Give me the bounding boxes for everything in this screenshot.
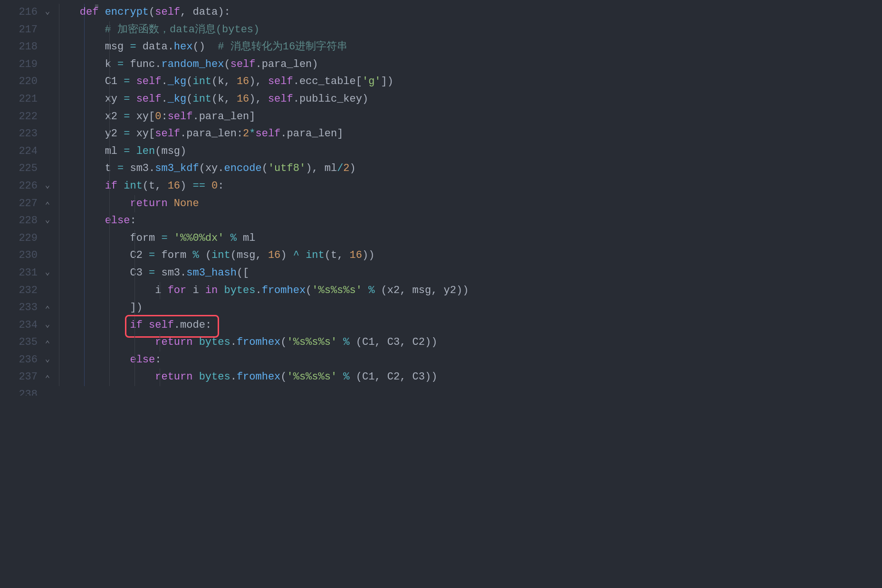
token-punct: ) [180, 180, 192, 192]
code-line[interactable]: x2 = xy[0:self.para_len] [55, 108, 882, 126]
indent-guide [84, 143, 85, 161]
indent-guide [84, 212, 85, 230]
fold-collapse-icon[interactable] [40, 212, 55, 230]
indent-guide [59, 299, 59, 317]
indent-guide [109, 212, 110, 230]
code-line[interactable]: C3 = sm3.sm3_hash([ [55, 265, 882, 282]
indent-guide [84, 195, 85, 213]
token-ident [55, 41, 105, 53]
line-number: 220 [0, 73, 40, 91]
code-line[interactable]: return bytes.fromhex('%s%s%s' % (C1, C3,… [55, 334, 882, 351]
indent-guide [59, 334, 59, 351]
code-line[interactable]: # 加密函数，data消息(bytes) [55, 21, 882, 39]
indent-guide [84, 299, 85, 317]
line-number: 231 [0, 265, 40, 282]
token-ident [55, 6, 80, 18]
code-line[interactable]: return bytes.fromhex('%s%s%s' % (C1, C2,… [55, 369, 882, 386]
code-line[interactable]: if self.mode: [55, 317, 882, 334]
token-param: data [192, 6, 218, 18]
token-ident [55, 302, 130, 313]
line-number: 216 [0, 4, 40, 21]
code-line[interactable]: else: [55, 351, 882, 369]
code-line[interactable]: i for i in bytes.fromhex('%s%s%s' % (x2,… [55, 282, 882, 300]
token-self: self [168, 111, 193, 123]
fold-expand-icon[interactable] [40, 195, 55, 213]
code-line[interactable]: t = sm3.sm3_kdf(xy.encode('utf8'), ml/2) [55, 160, 882, 178]
code-line[interactable]: def encrypt(self, data): [55, 4, 882, 21]
token-self: self [155, 128, 180, 140]
token-punct: . [180, 267, 186, 279]
token-kw: return [155, 336, 199, 348]
token-num: 16 [237, 93, 249, 105]
code-line[interactable] [55, 386, 882, 396]
token-punct: ] [337, 128, 343, 140]
code-line[interactable]: y2 = xy[self.para_len:2*self.para_len] [55, 125, 882, 143]
indent-guide [84, 4, 85, 21]
indent-guide [59, 91, 59, 108]
token-ident: xy [136, 111, 149, 123]
code-editor[interactable]: 2162172182192202212222232242252262272282… [0, 0, 882, 396]
token-punct: , [400, 371, 412, 383]
token-punct: . [218, 162, 224, 174]
token-punct: ( [224, 58, 230, 70]
token-call: _kg [168, 76, 187, 87]
code-line[interactable]: form = '%%0%dx' % ml [55, 230, 882, 247]
fold-collapse-icon[interactable] [40, 317, 55, 334]
code-line[interactable]: return None [55, 195, 882, 213]
token-punct: ([ [237, 267, 249, 279]
token-num: 0 [155, 111, 161, 123]
line-number: 226 [0, 178, 40, 195]
token-op: = [130, 41, 142, 53]
code-line[interactable]: msg = data.hex() # 消息转化为16进制字符串 [55, 38, 882, 56]
token-call: _kg [168, 93, 187, 105]
token-ident: C3 [130, 267, 149, 279]
fold-empty [40, 125, 55, 143]
code-line[interactable]: if int(t, 16) == 0: [55, 178, 882, 195]
token-ident: xy [136, 128, 149, 140]
token-op: * [249, 128, 255, 140]
fold-expand-icon[interactable] [40, 369, 55, 386]
indent-guide [59, 38, 59, 56]
token-ident [55, 198, 130, 209]
fold-collapse-icon[interactable] [40, 351, 55, 369]
code-line[interactable]: k = func.random_hex(self.para_len) [55, 56, 882, 74]
token-ident: para_len [186, 128, 237, 140]
token-ident: sm3 [161, 267, 180, 279]
token-op: = [124, 145, 136, 157]
token-op: % [192, 249, 205, 261]
code-line[interactable]: else: [55, 212, 882, 230]
token-fnname: encrypt [105, 6, 149, 18]
fold-gutter[interactable] [40, 0, 55, 396]
token-call: fromhex [262, 285, 306, 296]
fold-expand-icon[interactable] [40, 334, 55, 351]
fold-empty [40, 73, 55, 91]
code-line[interactable]: xy = self._kg(int(k, 16), self.public_ke… [55, 91, 882, 108]
indent-guide [134, 195, 135, 213]
fold-empty [40, 230, 55, 247]
code-line[interactable]: C1 = self._kg(int(k, 16), self.ecc_table… [55, 73, 882, 91]
code-area[interactable]: ≡ def encrypt(self, data): # 加密函数，data消息… [55, 0, 882, 396]
token-builtin: bytes [224, 285, 255, 296]
fold-expand-icon[interactable] [40, 299, 55, 317]
indent-guide [109, 195, 110, 213]
code-line[interactable]: ]) [55, 299, 882, 317]
indent-guide [84, 369, 85, 386]
token-num: 0 [211, 180, 218, 192]
indent-guide [109, 143, 110, 161]
fold-empty [40, 386, 55, 396]
indent-guide [109, 265, 110, 282]
fold-collapse-icon[interactable] [40, 178, 55, 195]
fold-empty [40, 91, 55, 108]
code-line[interactable]: ml = len(msg) [55, 143, 882, 161]
line-number: 233 [0, 299, 40, 317]
indent-guide [84, 230, 85, 247]
code-line[interactable]: C2 = form % (int(msg, 16) ^ int(t, 16)) [55, 247, 882, 265]
fold-collapse-icon[interactable] [40, 265, 55, 282]
indent-guide [109, 108, 110, 126]
indent-guide [59, 369, 59, 386]
token-ident: x2 [105, 111, 124, 123]
token-ident: para_len [287, 128, 337, 140]
indent-guide [160, 282, 160, 300]
token-punct: ( [262, 162, 268, 174]
fold-collapse-icon[interactable] [40, 4, 55, 21]
